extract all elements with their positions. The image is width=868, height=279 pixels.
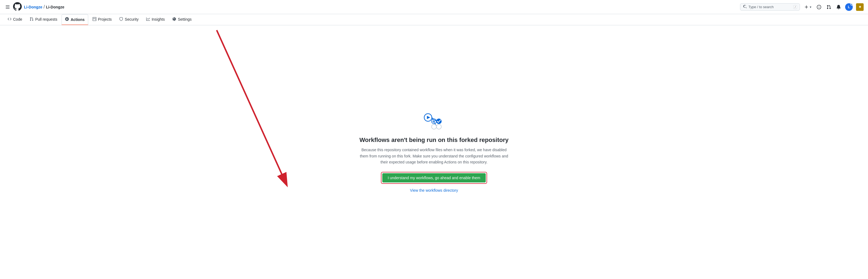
breadcrumb: Li-Dongze / Li-Dongze <box>24 4 64 10</box>
tab-settings[interactable]: Settings <box>169 14 195 25</box>
avatar[interactable]: L <box>845 3 853 11</box>
tab-code[interactable]: Code <box>4 14 25 25</box>
tab-projects-label: Projects <box>98 17 112 22</box>
create-new-button[interactable]: ▾ <box>803 4 812 10</box>
projects-icon <box>93 17 96 22</box>
tab-code-label: Code <box>13 17 22 22</box>
page-description: Because this repository contained workfl… <box>358 147 510 165</box>
search-container[interactable]: Type / to search / <box>740 3 800 11</box>
tab-security-label: Security <box>125 17 138 22</box>
tab-security[interactable]: Security <box>116 14 142 25</box>
insights-icon <box>146 17 150 22</box>
issues-button[interactable] <box>816 4 822 10</box>
header: Li-Dongze / Li-Dongze Type / to search /… <box>0 0 868 14</box>
header-actions: ▾ L ✦ <box>803 3 864 11</box>
breadcrumb-separator: / <box>43 4 45 10</box>
view-workflows-link[interactable]: View the workflows directory <box>410 188 458 193</box>
hamburger-menu-button[interactable] <box>4 4 11 10</box>
search-icon <box>743 5 747 9</box>
tab-insights[interactable]: Insights <box>143 14 168 25</box>
tab-actions-label: Actions <box>70 18 84 22</box>
extensions-icon[interactable]: ✦ <box>856 3 864 11</box>
settings-icon <box>172 17 176 22</box>
page-heading: Workflows aren't being run on this forke… <box>360 137 508 144</box>
search-placeholder-text: Type / to search <box>748 5 792 9</box>
notification-dot <box>850 3 853 5</box>
search-box[interactable]: Type / to search / <box>740 3 800 11</box>
svg-marker-3 <box>427 116 430 119</box>
security-icon <box>119 17 123 22</box>
tab-pull-requests[interactable]: Pull requests <box>26 14 60 25</box>
pull-requests-button[interactable] <box>826 4 832 10</box>
actions-icon <box>65 17 69 22</box>
breadcrumb-user-link[interactable]: Li-Dongze <box>24 5 42 9</box>
svg-line-1 <box>217 30 285 181</box>
enable-button-wrapper: I understand my workflows, go ahead and … <box>381 172 487 184</box>
svg-point-8 <box>436 124 441 129</box>
tab-projects[interactable]: Projects <box>89 14 115 25</box>
github-logo[interactable] <box>13 2 22 12</box>
pull-request-icon <box>30 17 33 22</box>
tab-actions[interactable]: Actions <box>62 14 88 25</box>
enable-workflows-button[interactable]: I understand my workflows, go ahead and … <box>382 173 486 182</box>
code-icon <box>8 17 11 22</box>
notifications-button[interactable] <box>835 4 842 10</box>
header-left: Li-Dongze / Li-Dongze <box>4 2 64 12</box>
tab-pull-requests-label: Pull requests <box>35 17 57 22</box>
tab-insights-label: Insights <box>152 17 165 22</box>
workflow-illustration <box>423 113 445 131</box>
tab-settings-label: Settings <box>178 17 192 22</box>
breadcrumb-repo: Li-Dongze <box>46 5 65 9</box>
search-shortcut: / <box>794 5 797 9</box>
repo-nav: Code Pull requests Actions Projects <box>0 14 868 25</box>
svg-point-9 <box>432 124 436 129</box>
main-content: Workflows aren't being run on this forke… <box>0 25 868 274</box>
create-caret-icon: ▾ <box>810 5 811 9</box>
